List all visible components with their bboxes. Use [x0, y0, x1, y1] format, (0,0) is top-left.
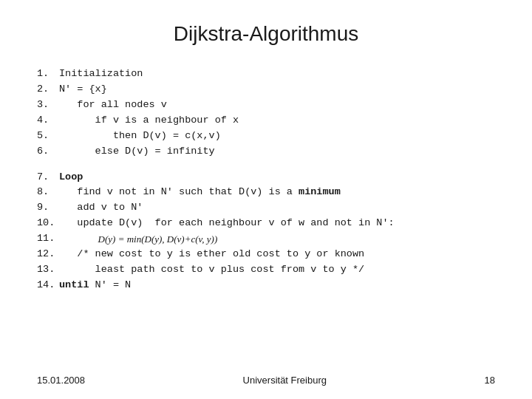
code-block: 1. Initialization 2. N' = {x} 3. for all…: [37, 66, 495, 293]
line-11: 11. D (y) = min(D(y), D(v)+c(v, y)): [37, 231, 495, 247]
line-12: 12. /* new cost to y is ether old cost t…: [37, 247, 495, 262]
line-2: 2. N' = {x}: [37, 82, 495, 98]
footer-date: 15.01.2008: [37, 375, 85, 386]
footer-university: Universität Freiburg: [243, 375, 327, 386]
line-1: 1. Initialization: [37, 66, 495, 82]
slide: Dijkstra-Algorithmus 1. Initialization 2…: [0, 0, 532, 399]
line-8: 8. find v not in N' such that D(v) is a …: [37, 185, 495, 200]
line-14: 14. until N' = N: [37, 278, 495, 293]
line-6: 6. else D(v) = infinity: [37, 144, 495, 160]
line-9: 9. add v to N': [37, 200, 495, 216]
slide-title: Dijkstra-Algorithmus: [37, 22, 495, 46]
line-13: 13. least path cost to v plus cost from …: [37, 262, 495, 278]
footer-page: 18: [485, 375, 495, 386]
line-10: 10. update D(v) for each neighbour v of …: [37, 216, 495, 231]
footer: 15.01.2008 Universität Freiburg 18: [0, 375, 532, 386]
line-7: 7. Loop: [37, 170, 495, 185]
line-4: 4. if v is a neighbour of x: [37, 113, 495, 129]
line-3: 3. for all nodes v: [37, 98, 495, 113]
line-5: 5. then D(v) = c(x,v): [37, 129, 495, 144]
